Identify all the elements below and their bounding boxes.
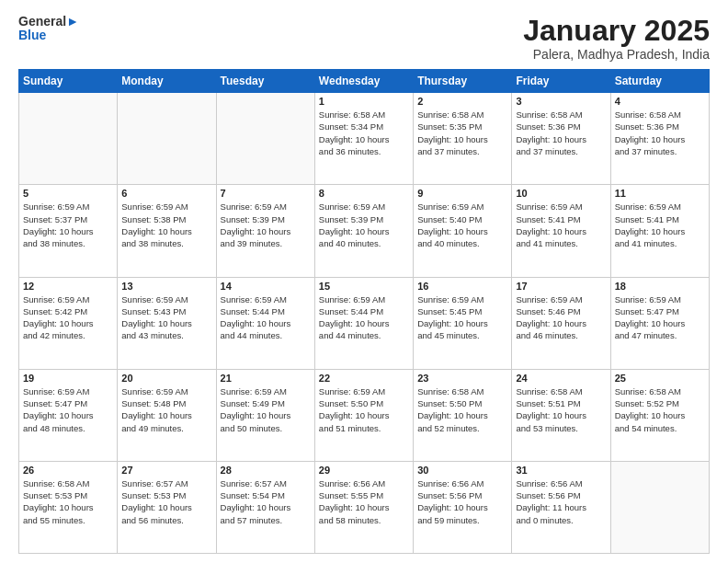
calendar-cell: 31Sunrise: 6:56 AM Sunset: 5:56 PM Dayli…: [512, 461, 610, 553]
day-info: Sunrise: 6:58 AM Sunset: 5:36 PM Dayligh…: [516, 109, 606, 157]
calendar-cell: 12Sunrise: 6:59 AM Sunset: 5:42 PM Dayli…: [19, 277, 118, 369]
week-row-3: 12Sunrise: 6:59 AM Sunset: 5:42 PM Dayli…: [19, 277, 710, 369]
day-info: Sunrise: 6:59 AM Sunset: 5:41 PM Dayligh…: [516, 201, 606, 249]
day-number: 10: [516, 188, 606, 199]
week-row-4: 19Sunrise: 6:59 AM Sunset: 5:47 PM Dayli…: [19, 369, 710, 461]
day-number: 14: [221, 281, 311, 292]
day-number: 9: [417, 188, 507, 199]
day-info: Sunrise: 6:59 AM Sunset: 5:39 PM Dayligh…: [221, 201, 311, 249]
calendar-cell: 2Sunrise: 6:58 AM Sunset: 5:35 PM Daylig…: [414, 93, 512, 185]
day-number: 28: [221, 465, 311, 476]
day-number: 4: [615, 96, 705, 107]
day-info: Sunrise: 6:59 AM Sunset: 5:44 PM Dayligh…: [319, 293, 409, 342]
location: Palera, Madhya Pradesh, India: [523, 47, 710, 62]
day-number: 7: [221, 188, 311, 199]
col-header-thursday: Thursday: [414, 70, 512, 93]
calendar-cell: 11Sunrise: 6:59 AM Sunset: 5:41 PM Dayli…: [610, 185, 709, 277]
day-number: 18: [615, 281, 705, 292]
day-info: Sunrise: 6:59 AM Sunset: 5:48 PM Dayligh…: [121, 385, 211, 434]
calendar-cell: 19Sunrise: 6:59 AM Sunset: 5:47 PM Dayli…: [19, 369, 118, 461]
day-info: Sunrise: 6:58 AM Sunset: 5:52 PM Dayligh…: [615, 385, 705, 434]
day-number: 29: [319, 465, 409, 476]
calendar-cell: 9Sunrise: 6:59 AM Sunset: 5:40 PM Daylig…: [414, 185, 512, 277]
page: General► Blue January 2025 Palera, Madhy…: [0, 0, 728, 563]
day-info: Sunrise: 6:58 AM Sunset: 5:50 PM Dayligh…: [417, 385, 507, 434]
calendar-cell: 13Sunrise: 6:59 AM Sunset: 5:43 PM Dayli…: [118, 277, 216, 369]
day-number: 11: [615, 188, 705, 199]
day-number: 21: [221, 373, 311, 384]
day-number: 19: [23, 373, 113, 384]
calendar-cell: 5Sunrise: 6:59 AM Sunset: 5:37 PM Daylig…: [19, 185, 118, 277]
calendar-cell: 14Sunrise: 6:59 AM Sunset: 5:44 PM Dayli…: [216, 277, 314, 369]
calendar-cell: 28Sunrise: 6:57 AM Sunset: 5:54 PM Dayli…: [216, 461, 314, 553]
day-info: Sunrise: 6:56 AM Sunset: 5:56 PM Dayligh…: [417, 477, 507, 526]
day-number: 1: [319, 96, 409, 107]
logo-general: General►: [18, 15, 79, 29]
calendar-cell: 25Sunrise: 6:58 AM Sunset: 5:52 PM Dayli…: [610, 369, 709, 461]
day-info: Sunrise: 6:58 AM Sunset: 5:35 PM Dayligh…: [417, 109, 507, 157]
calendar-cell: 15Sunrise: 6:59 AM Sunset: 5:44 PM Dayli…: [314, 277, 413, 369]
calendar-cell: [118, 93, 216, 185]
calendar-cell: 6Sunrise: 6:59 AM Sunset: 5:38 PM Daylig…: [118, 185, 216, 277]
day-number: 27: [121, 465, 211, 476]
day-number: 12: [23, 281, 113, 292]
col-header-saturday: Saturday: [610, 70, 709, 93]
calendar-cell: 18Sunrise: 6:59 AM Sunset: 5:47 PM Dayli…: [610, 277, 709, 369]
col-header-wednesday: Wednesday: [314, 70, 413, 93]
calendar-cell: 21Sunrise: 6:59 AM Sunset: 5:49 PM Dayli…: [216, 369, 314, 461]
day-info: Sunrise: 6:59 AM Sunset: 5:38 PM Dayligh…: [121, 201, 211, 249]
calendar-cell: 20Sunrise: 6:59 AM Sunset: 5:48 PM Dayli…: [118, 369, 216, 461]
day-info: Sunrise: 6:59 AM Sunset: 5:41 PM Dayligh…: [615, 201, 705, 249]
day-number: 24: [516, 373, 606, 384]
title-section: January 2025 Palera, Madhya Pradesh, Ind…: [523, 15, 710, 62]
calendar-cell: [216, 93, 314, 185]
day-number: 15: [319, 281, 409, 292]
calendar-cell: 23Sunrise: 6:58 AM Sunset: 5:50 PM Dayli…: [414, 369, 512, 461]
day-info: Sunrise: 6:59 AM Sunset: 5:37 PM Dayligh…: [23, 201, 113, 249]
calendar-cell: 22Sunrise: 6:59 AM Sunset: 5:50 PM Dayli…: [314, 369, 413, 461]
day-number: 30: [417, 465, 507, 476]
week-row-2: 5Sunrise: 6:59 AM Sunset: 5:37 PM Daylig…: [19, 185, 710, 277]
calendar-table: SundayMondayTuesdayWednesdayThursdayFrid…: [18, 69, 710, 554]
calendar-cell: 30Sunrise: 6:56 AM Sunset: 5:56 PM Dayli…: [414, 461, 512, 553]
calendar-cell: 7Sunrise: 6:59 AM Sunset: 5:39 PM Daylig…: [216, 185, 314, 277]
day-info: Sunrise: 6:59 AM Sunset: 5:45 PM Dayligh…: [417, 293, 507, 342]
day-number: 26: [23, 465, 113, 476]
month-title: January 2025: [523, 15, 710, 47]
day-number: 13: [121, 281, 211, 292]
calendar-cell: 16Sunrise: 6:59 AM Sunset: 5:45 PM Dayli…: [414, 277, 512, 369]
day-info: Sunrise: 6:58 AM Sunset: 5:53 PM Dayligh…: [23, 477, 113, 526]
day-info: Sunrise: 6:59 AM Sunset: 5:46 PM Dayligh…: [516, 293, 606, 342]
day-info: Sunrise: 6:57 AM Sunset: 5:53 PM Dayligh…: [121, 477, 211, 526]
calendar-cell: 26Sunrise: 6:58 AM Sunset: 5:53 PM Dayli…: [19, 461, 118, 553]
calendar-cell: 17Sunrise: 6:59 AM Sunset: 5:46 PM Dayli…: [512, 277, 610, 369]
logo-blue: Blue: [18, 29, 79, 42]
day-info: Sunrise: 6:56 AM Sunset: 5:56 PM Dayligh…: [516, 477, 606, 526]
calendar-cell: 8Sunrise: 6:59 AM Sunset: 5:39 PM Daylig…: [314, 185, 413, 277]
day-info: Sunrise: 6:59 AM Sunset: 5:42 PM Dayligh…: [23, 293, 113, 342]
calendar-cell: [19, 93, 118, 185]
day-number: 6: [121, 188, 211, 199]
col-header-tuesday: Tuesday: [216, 70, 314, 93]
day-info: Sunrise: 6:59 AM Sunset: 5:49 PM Dayligh…: [221, 385, 311, 434]
calendar-cell: 24Sunrise: 6:58 AM Sunset: 5:51 PM Dayli…: [512, 369, 610, 461]
calendar-cell: 4Sunrise: 6:58 AM Sunset: 5:36 PM Daylig…: [610, 93, 709, 185]
day-info: Sunrise: 6:59 AM Sunset: 5:50 PM Dayligh…: [319, 385, 409, 434]
day-info: Sunrise: 6:58 AM Sunset: 5:51 PM Dayligh…: [516, 385, 606, 434]
calendar-cell: 10Sunrise: 6:59 AM Sunset: 5:41 PM Dayli…: [512, 185, 610, 277]
day-number: 25: [615, 373, 705, 384]
week-row-5: 26Sunrise: 6:58 AM Sunset: 5:53 PM Dayli…: [19, 461, 710, 553]
day-info: Sunrise: 6:58 AM Sunset: 5:34 PM Dayligh…: [319, 109, 409, 157]
day-number: 23: [417, 373, 507, 384]
week-row-1: 1Sunrise: 6:58 AM Sunset: 5:34 PM Daylig…: [19, 93, 710, 185]
day-info: Sunrise: 6:59 AM Sunset: 5:47 PM Dayligh…: [23, 385, 113, 434]
day-number: 2: [417, 96, 507, 107]
day-info: Sunrise: 6:58 AM Sunset: 5:36 PM Dayligh…: [615, 109, 705, 157]
col-header-friday: Friday: [512, 70, 610, 93]
col-header-monday: Monday: [118, 70, 216, 93]
day-number: 8: [319, 188, 409, 199]
day-number: 3: [516, 96, 606, 107]
logo: General► Blue: [18, 15, 79, 43]
calendar-cell: [610, 461, 709, 553]
day-number: 20: [121, 373, 211, 384]
